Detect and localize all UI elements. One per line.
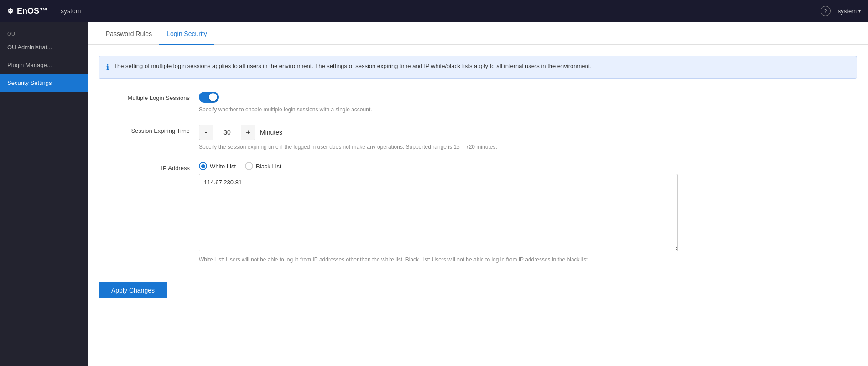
radio-black-list-circle (245, 162, 253, 170)
sidebar-item-security-settings[interactable]: Security Settings (0, 74, 88, 92)
logo: ❄ EnOS™ (7, 6, 47, 16)
sidebar: OU OU Administrat... Plugin Manage... Se… (0, 22, 88, 366)
user-chevron-icon: ▾ (858, 9, 861, 14)
radio-black-list-label: Black List (256, 163, 281, 170)
info-icon: ℹ (106, 62, 109, 73)
radio-white-list-circle (199, 162, 207, 170)
info-banner-text: The setting of multiple login sessions a… (114, 62, 592, 71)
sidebar-item-ou-admin[interactable]: OU Administrat... (0, 38, 88, 56)
ip-address-label: IP Address (99, 162, 199, 172)
multiple-login-hint: Specify whether to enable multiple login… (199, 105, 857, 114)
multiple-login-label: Multiple Login Sessions (99, 92, 199, 101)
radio-white-list[interactable]: White List (199, 162, 236, 170)
content-body: ℹ The setting of multiple login sessions… (88, 45, 868, 366)
tab-login-security[interactable]: Login Security (159, 22, 214, 45)
main-layout: OU OU Administrat... Plugin Manage... Se… (0, 22, 868, 366)
ip-address-control: White List Black List 114.67.230.81 Whit… (199, 162, 857, 264)
session-expiring-control: - + Minutes Specify the session expiring… (199, 125, 857, 151)
multiple-login-toggle[interactable] (199, 92, 219, 103)
topbar: ❄ EnOS™ system ? system ▾ (0, 0, 868, 22)
logo-text: EnOS™ (17, 6, 47, 16)
session-expiring-row: Session Expiring Time - + Minutes Specif… (99, 125, 857, 151)
toggle-thumb (209, 93, 217, 101)
stepper-unit: Minutes (260, 129, 282, 136)
stepper-plus-button[interactable]: + (241, 125, 255, 140)
toggle-wrapper (199, 92, 857, 103)
sidebar-section-label: OU (0, 27, 88, 38)
multiple-login-control: Specify whether to enable multiple login… (199, 92, 857, 114)
tab-password-rules[interactable]: Password Rules (99, 22, 159, 45)
sidebar-item-plugin-manage[interactable]: Plugin Manage... (0, 56, 88, 74)
apply-changes-button[interactable]: Apply Changes (99, 282, 167, 298)
topbar-right: ? system ▾ (821, 6, 861, 16)
ip-address-row: IP Address White List Black List (99, 162, 857, 264)
user-menu[interactable]: system ▾ (838, 8, 861, 15)
multiple-login-sessions-row: Multiple Login Sessions Specify whether … (99, 92, 857, 114)
stepper-minus-button[interactable]: - (199, 125, 213, 140)
session-time-input[interactable] (213, 125, 241, 140)
topbar-divider (54, 6, 54, 16)
logo-icon: ❄ (7, 7, 13, 16)
session-expiring-hint: Specify the session expiring time if the… (199, 143, 857, 151)
session-expiring-label: Session Expiring Time (99, 125, 199, 134)
tabs-bar: Password Rules Login Security (88, 22, 868, 45)
user-label: system (838, 8, 857, 15)
ip-radio-group: White List Black List (199, 162, 857, 170)
radio-black-list[interactable]: Black List (245, 162, 281, 170)
content-area: Password Rules Login Security ℹ The sett… (88, 22, 868, 366)
session-time-stepper: - + Minutes (199, 125, 857, 140)
info-banner: ℹ The setting of multiple login sessions… (99, 56, 857, 79)
toggle-track (199, 92, 219, 103)
radio-white-list-label: White List (210, 163, 236, 170)
help-icon[interactable]: ? (821, 6, 831, 16)
radio-white-list-dot (201, 164, 205, 168)
ip-textarea[interactable]: 114.67.230.81 (199, 174, 678, 251)
ip-address-hint: White List: Users will not be able to lo… (199, 256, 857, 264)
topbar-system-label: system (61, 7, 81, 15)
